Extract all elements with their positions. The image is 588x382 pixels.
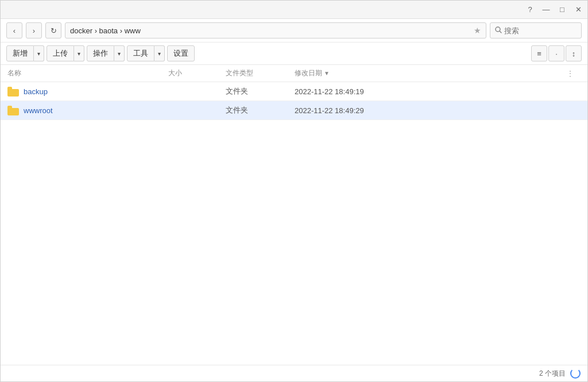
action-bar: 新增 ▾ 上传 ▾ 操作 ▾ 工具 ▾ 设置 ≡ · ↕ — [1, 43, 587, 65]
view-sort-button[interactable]: ↕ — [566, 45, 582, 61]
column-menu-icon[interactable]: ⋮ — [567, 70, 581, 78]
maximize-button[interactable]: □ — [558, 5, 567, 14]
upload-dropdown[interactable]: ▾ — [74, 45, 84, 61]
new-group: 新增 ▾ — [6, 45, 44, 61]
folder-icon — [7, 87, 24, 97]
upload-group: 上传 ▾ — [47, 45, 84, 61]
tools-button[interactable]: 工具 — [127, 45, 154, 61]
view-buttons: ≡ · ↕ — [531, 45, 582, 61]
file-type: 文件夹 — [226, 86, 295, 97]
status-bar: 2 个项目 — [1, 365, 587, 381]
sort-arrow-icon: ▼ — [324, 70, 330, 76]
help-button[interactable]: ? — [525, 5, 535, 14]
tools-group: 工具 ▾ — [127, 45, 165, 61]
address-bar: docker › baota › www ★ — [65, 22, 486, 38]
upload-button[interactable]: 上传 — [47, 45, 74, 61]
title-bar: ? — □ ✕ — [1, 1, 587, 19]
file-name: backup — [24, 87, 168, 96]
col-size-header[interactable]: 大小 — [168, 68, 226, 78]
column-header: 名称 大小 文件类型 修改日期 ▼ ⋮ — [1, 65, 587, 82]
file-list: backup 文件夹 2022-11-22 18:49:19 wwwroot 文… — [1, 82, 587, 365]
file-date: 2022-11-22 18:49:19 — [295, 87, 581, 96]
refresh-button[interactable]: ↻ — [45, 22, 61, 38]
minimize-button[interactable]: — — [541, 5, 551, 14]
col-name-header[interactable]: 名称 — [7, 68, 168, 78]
file-name: wwwroot — [24, 106, 168, 115]
close-button[interactable]: ✕ — [574, 5, 583, 14]
table-row[interactable]: backup 文件夹 2022-11-22 18:49:19 — [1, 82, 587, 101]
new-button[interactable]: 新增 — [6, 45, 34, 61]
svg-line-1 — [500, 31, 501, 33]
search-icon — [495, 26, 502, 35]
folder-icon — [7, 106, 24, 115]
table-row[interactable]: wwwroot 文件夹 2022-11-22 18:49:29 — [1, 101, 587, 120]
back-button[interactable]: ‹ — [6, 22, 22, 38]
operate-group: 操作 ▾ — [87, 45, 125, 61]
col-type-header[interactable]: 文件类型 — [226, 68, 295, 78]
new-dropdown[interactable]: ▾ — [34, 45, 44, 61]
refresh-status-icon[interactable] — [570, 368, 581, 379]
forward-button[interactable]: › — [26, 22, 42, 38]
search-input[interactable] — [504, 26, 573, 35]
view-detail-button[interactable]: · — [548, 45, 564, 61]
settings-button[interactable]: 设置 — [167, 45, 195, 61]
favorite-star-icon[interactable]: ★ — [474, 26, 481, 35]
item-count: 2 个项目 — [539, 369, 566, 379]
file-type: 文件夹 — [226, 105, 295, 115]
operate-button[interactable]: 操作 — [87, 45, 114, 61]
nav-bar: ‹ › ↻ docker › baota › www ★ — [1, 19, 587, 43]
operate-dropdown[interactable]: ▾ — [114, 45, 125, 61]
tools-dropdown[interactable]: ▾ — [154, 45, 165, 61]
search-bar — [490, 22, 582, 38]
address-text: docker › baota › www — [70, 26, 471, 35]
view-list-button[interactable]: ≡ — [531, 45, 547, 61]
col-date-header[interactable]: 修改日期 ▼ — [295, 68, 567, 78]
file-date: 2022-11-22 18:49:29 — [295, 106, 581, 115]
